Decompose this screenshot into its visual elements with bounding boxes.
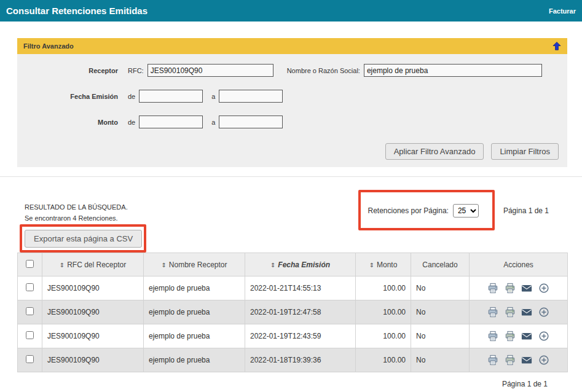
- top-bar: Consultar Retenciones Emitidas Facturar: [0, 0, 582, 22]
- filter-panel-body: Receptor RFC: Nombre o Razón Social: Fec…: [17, 54, 567, 167]
- header-acciones: Acciones: [470, 253, 568, 276]
- filter-panel-header[interactable]: Filtro Avanzado: [17, 38, 567, 54]
- header-cancelado-label: Cancelado: [422, 261, 457, 269]
- fecha-a-label: a: [211, 93, 215, 100]
- select-all-checkbox[interactable]: [26, 260, 34, 268]
- results-count: Se encontraron 4 Retenciones.: [25, 213, 128, 224]
- table-header-row: ⇕RFC del Receptor ⇕Nombre Receptor ⇕Fech…: [18, 253, 568, 276]
- header-nombre[interactable]: ⇕Nombre Receptor: [144, 253, 245, 276]
- cell-nombre: ejemplo de prueba: [144, 348, 245, 372]
- nombre-input[interactable]: [364, 64, 542, 77]
- cell-rfc: JES900109Q90: [42, 300, 144, 324]
- rfc-label: RFC:: [128, 67, 144, 74]
- cell-rfc: JES900109Q90: [42, 324, 144, 348]
- sort-icon: ⇕: [60, 262, 65, 269]
- print-xml-icon[interactable]: [505, 331, 516, 342]
- print-xml-icon[interactable]: [505, 355, 516, 366]
- table-row: JES900109Q90 ejemplo de prueba 2022-01-1…: [18, 348, 568, 372]
- cell-fecha: 2022-01-19T12:43:59: [245, 324, 356, 348]
- monto-a-input[interactable]: [219, 116, 283, 128]
- cell-fecha: 2022-01-21T14:55:13: [245, 276, 356, 300]
- filter-panel: Filtro Avanzado Receptor RFC: Nombre o R…: [17, 38, 567, 167]
- cell-acciones: [470, 300, 568, 324]
- header-fecha[interactable]: ⇕Fecha Emisión: [245, 253, 356, 276]
- row-checkbox[interactable]: [26, 283, 34, 291]
- nombre-label: Nombre o Razón Social:: [287, 67, 360, 74]
- cell-nombre: ejemplo de prueba: [144, 300, 245, 324]
- print-pdf-icon[interactable]: [487, 331, 498, 342]
- page-info-top: Página 1 de 1: [503, 206, 549, 215]
- fecha-emision-label: Fecha Emisión: [26, 93, 118, 100]
- export-csv-button[interactable]: Exportar esta página a CSV: [25, 230, 142, 248]
- row-checkbox[interactable]: [26, 307, 34, 315]
- row-checkbox-cell: [18, 324, 42, 348]
- cell-rfc: JES900109Q90: [42, 276, 144, 300]
- fecha-de-input[interactable]: [139, 90, 203, 103]
- cell-acciones: [470, 348, 568, 372]
- per-page-group: Retenciones por Página: 25: [368, 204, 479, 218]
- cell-cancelado: No: [411, 348, 470, 372]
- pagination-controls: Retenciones por Página: 25 Página 1 de 1: [368, 204, 549, 218]
- cell-acciones: [470, 276, 568, 300]
- page-info-bottom: Página 1 de 1: [0, 380, 548, 388]
- header-rfc[interactable]: ⇕RFC del Receptor: [42, 253, 144, 276]
- print-pdf-icon[interactable]: [487, 283, 498, 294]
- print-pdf-icon[interactable]: [487, 355, 498, 366]
- cell-monto: 100.00: [356, 348, 411, 372]
- per-page-select[interactable]: 25: [453, 204, 479, 218]
- print-pdf-icon[interactable]: [487, 307, 498, 318]
- header-rfc-label: RFC del Receptor: [67, 261, 126, 269]
- section-divider: [0, 176, 582, 177]
- cell-monto: 100.00: [356, 276, 411, 300]
- receptor-label: Receptor: [26, 67, 118, 74]
- collapse-arrow-icon[interactable]: [553, 42, 561, 50]
- filter-row-monto: Monto de a: [26, 116, 559, 128]
- cell-cancelado: No: [411, 324, 470, 348]
- cell-monto: 100.00: [356, 324, 411, 348]
- cell-fecha: 2022-01-19T12:47:58: [245, 300, 356, 324]
- table-row: JES900109Q90 ejemplo de prueba 2022-01-1…: [18, 324, 568, 348]
- detail-icon[interactable]: [538, 283, 549, 294]
- results-header: RESULTADO DE LA BÚSQUEDA. Se encontraron…: [25, 202, 549, 224]
- header-nombre-label: Nombre Receptor: [169, 261, 227, 269]
- monto-a-label: a: [211, 119, 215, 126]
- header-monto[interactable]: ⇕Monto: [356, 253, 411, 276]
- filter-row-fecha: Fecha Emisión de a: [26, 90, 559, 103]
- cell-nombre: ejemplo de prueba: [144, 324, 245, 348]
- monto-label: Monto: [26, 119, 118, 126]
- clear-filters-button[interactable]: Limpiar Filtros: [491, 143, 559, 160]
- send-email-icon[interactable]: [521, 283, 532, 294]
- results-title: RESULTADO DE LA BÚSQUEDA.: [25, 202, 128, 213]
- monto-de-input[interactable]: [139, 116, 203, 128]
- print-xml-icon[interactable]: [505, 307, 516, 318]
- monto-de-label: de: [128, 119, 135, 126]
- header-cancelado: Cancelado: [411, 253, 470, 276]
- header-acciones-label: Acciones: [503, 261, 533, 269]
- fecha-a-input[interactable]: [219, 90, 283, 103]
- row-checkbox[interactable]: [26, 331, 34, 339]
- sort-icon: ⇕: [369, 262, 374, 269]
- row-checkbox[interactable]: [26, 355, 34, 363]
- table-row: JES900109Q90 ejemplo de prueba 2022-01-1…: [18, 300, 568, 324]
- row-checkbox-cell: [18, 276, 42, 300]
- cell-cancelado: No: [411, 300, 470, 324]
- per-page-label: Retenciones por Página:: [368, 206, 449, 215]
- fecha-de-label: de: [128, 93, 135, 100]
- filter-panel-title: Filtro Avanzado: [23, 42, 74, 50]
- filter-buttons: Aplicar Filtro Avanzado Limpiar Filtros: [26, 143, 559, 160]
- send-email-icon[interactable]: [521, 331, 532, 342]
- detail-icon[interactable]: [538, 355, 549, 366]
- header-fecha-label: Fecha Emisión: [278, 261, 330, 269]
- sort-icon: ⇕: [270, 262, 275, 269]
- cell-rfc: JES900109Q90: [42, 348, 144, 372]
- print-xml-icon[interactable]: [505, 283, 516, 294]
- facturar-link[interactable]: Facturar: [549, 7, 576, 15]
- rfc-input[interactable]: [147, 64, 273, 77]
- send-email-icon[interactable]: [521, 307, 532, 318]
- apply-filter-button[interactable]: Aplicar Filtro Avanzado: [385, 143, 484, 160]
- detail-icon[interactable]: [538, 331, 549, 342]
- cell-acciones: [470, 324, 568, 348]
- row-checkbox-cell: [18, 348, 42, 372]
- detail-icon[interactable]: [538, 307, 549, 318]
- send-email-icon[interactable]: [521, 355, 532, 366]
